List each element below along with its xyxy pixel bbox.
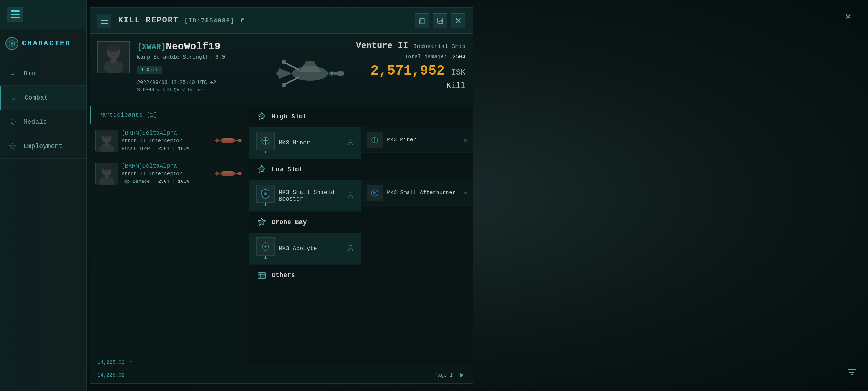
isk-total: 14,225.02 ⬆ <box>97 359 132 365</box>
main-content: Participants [1] <box>90 106 473 383</box>
export-button[interactable] <box>433 13 447 28</box>
shield-booster-icon <box>256 185 275 203</box>
bio-icon: ≡ <box>7 68 18 79</box>
shield-booster-name: MK3 Small Shield Booster <box>279 189 343 202</box>
svg-point-44 <box>215 173 217 174</box>
victim-section: [XWAR]NeoWolf19 Warp Scramble Strength: … <box>90 34 473 106</box>
svg-point-20 <box>282 60 286 64</box>
svg-marker-3 <box>9 143 16 150</box>
medals-icon <box>7 117 18 127</box>
equip-item-afterburner-right[interactable]: MK3 Small Afterburner ✕ <box>361 180 473 206</box>
svg-line-18 <box>285 63 299 70</box>
svg-point-60 <box>373 191 375 193</box>
svg-point-29 <box>102 132 111 137</box>
others-category: Others <box>249 265 473 286</box>
filter-icon[interactable] <box>846 367 857 380</box>
participant-item[interactable]: [BKRN]DeltaAlpha Atron II Interceptor To… <box>90 157 249 190</box>
sidebar-item-bio[interactable]: ≡ Bio <box>0 62 86 86</box>
svg-point-42 <box>108 169 110 171</box>
svg-point-15 <box>110 50 112 53</box>
low-slot-right: MK3 Small Afterburner ✕ <box>361 180 473 212</box>
kill-report-header: KILL REPORT [ID:7554086] 🗒 <box>90 8 473 34</box>
drone-bay-items: 1 MK3 Acolyte <box>249 233 473 265</box>
character-header: CHARACTER <box>0 29 86 58</box>
high-slot-title: High Slot <box>272 113 307 120</box>
combat-icon: ⚔ <box>8 92 19 103</box>
high-slot-category: High Slot <box>249 106 473 127</box>
equip-icon-wrapper: 1 <box>256 132 275 154</box>
participant-item[interactable]: [BKRN]DeltaAlpha Atron II Interceptor Fi… <box>90 124 249 157</box>
sidebar-nav: ≡ Bio ⚔ Combat Medals Employment <box>0 58 86 162</box>
svg-rect-40 <box>105 175 109 178</box>
svg-point-56 <box>349 193 352 196</box>
mk3-miner-name-left: MK3 Miner <box>279 140 343 146</box>
afterburner-icon <box>367 185 383 201</box>
sidebar: CHARACTER ≡ Bio ⚔ Combat Medals Emplo <box>0 0 87 391</box>
total-damage: Total damage: 2504 <box>356 54 465 60</box>
low-slot-category: Low Slot <box>249 159 473 180</box>
sidebar-item-label: Employment <box>24 143 63 150</box>
low-slot-icon <box>256 164 267 175</box>
equip-item-acolyte[interactable]: 1 MK3 Acolyte <box>249 233 361 265</box>
svg-rect-14 <box>111 58 116 63</box>
participants-section: Participants [1] <box>90 106 249 383</box>
svg-point-26 <box>331 72 333 74</box>
equip-item-shield-left[interactable]: 1 MK3 Small Shield Booster <box>249 180 361 212</box>
low-slot-items: 1 MK3 Small Shield Booster <box>249 180 473 212</box>
participant-info-2: [BKRN]DeltaAlpha Atron II Interceptor To… <box>122 163 208 184</box>
employment-icon <box>7 141 18 152</box>
kr-header-actions <box>415 13 465 28</box>
mk3-miner-icon-left <box>256 132 275 150</box>
mk3-miner-icon-right <box>367 132 383 148</box>
character-icon <box>5 37 18 50</box>
participant-1-stats: Final Blow | 2504 | 100% <box>122 146 208 151</box>
drone-bay-category: Drone Bay <box>249 212 473 233</box>
close-icon-right[interactable]: ✕ <box>464 136 467 144</box>
svg-point-21 <box>282 83 286 87</box>
close-icon-afterburner[interactable]: ✕ <box>464 189 467 197</box>
bottom-isk: 14,225.02 <box>97 372 125 378</box>
kill-badge: 1 Kill <box>137 66 162 74</box>
person-icon-shield <box>347 192 354 200</box>
victim-avatar <box>97 41 130 73</box>
equip-item-mk3-miner-left[interactable]: 1 MK3 Miner <box>249 127 361 159</box>
high-slot-right: MK3 Miner ✕ <box>361 127 473 159</box>
equip-item-mk3-miner-right[interactable]: MK3 Miner ✕ <box>361 127 473 153</box>
high-slot-left: 1 MK3 Miner <box>249 127 361 159</box>
kill-report-panel: KILL REPORT [ID:7554086] 🗒 <box>90 7 473 384</box>
participants-title: Participants [1] <box>98 112 157 118</box>
low-slot-left: 1 MK3 Small Shield Booster <box>249 180 361 212</box>
isk-display: 2,571,952 ISK <box>356 63 465 79</box>
svg-rect-31 <box>105 142 109 146</box>
kill-report-id: [ID:7554086] <box>184 18 234 24</box>
next-page-icon[interactable] <box>458 371 465 379</box>
participant-avatar-2 <box>95 163 117 184</box>
kr-menu-icon[interactable] <box>97 14 111 28</box>
kill-report-title: KILL REPORT [ID:7554086] 🗒 <box>118 16 246 25</box>
participant-1-ship: Atron II Interceptor <box>122 138 208 144</box>
svg-point-63 <box>264 245 267 248</box>
svg-point-41 <box>104 169 106 171</box>
person-icon-left <box>347 139 354 147</box>
hamburger-menu[interactable] <box>7 7 23 22</box>
sidebar-item-label: Combat <box>25 94 48 101</box>
sidebar-item-combat[interactable]: ⚔ Combat <box>0 86 86 110</box>
participant-2-ship: Atron II Interceptor <box>122 171 208 177</box>
main-close-button[interactable]: ✕ <box>839 7 857 25</box>
mk3-miner-name-right: MK3 Miner <box>387 137 460 143</box>
others-title: Others <box>272 272 295 279</box>
svg-point-49 <box>349 140 352 143</box>
equip-shield-wrapper: 1 <box>256 185 275 207</box>
participant-avatar <box>95 130 117 151</box>
copy-button[interactable] <box>415 13 429 28</box>
page-label: Page 1 <box>435 372 453 378</box>
copy-id-icon[interactable]: 🗒 <box>240 18 246 24</box>
close-kill-report-button[interactable] <box>451 13 465 28</box>
svg-point-55 <box>264 192 267 195</box>
svg-point-12 <box>107 45 120 52</box>
participant-info: [BKRN]DeltaAlpha Atron II Interceptor Fi… <box>122 130 208 151</box>
ship-stats: Venture II Industrial Ship Total damage:… <box>356 41 465 91</box>
kill-type-label: Kill <box>356 81 465 91</box>
sidebar-item-medals[interactable]: Medals <box>0 110 86 134</box>
sidebar-item-employment[interactable]: Employment <box>0 134 86 159</box>
